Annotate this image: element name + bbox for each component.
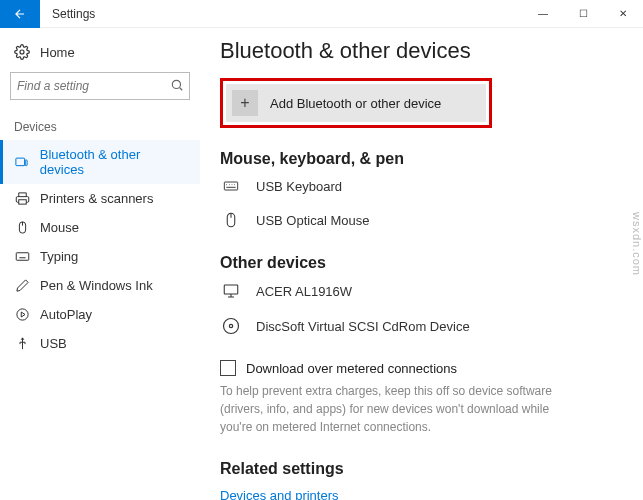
checkbox-icon[interactable] xyxy=(220,360,236,376)
main-content: Bluetooth & other devices + Add Bluetoot… xyxy=(200,28,643,500)
mouse-icon xyxy=(220,210,242,230)
svg-rect-10 xyxy=(224,285,238,294)
nav-label: Typing xyxy=(40,249,78,264)
minimize-button[interactable]: — xyxy=(523,0,563,28)
search-input[interactable] xyxy=(10,72,190,100)
metered-checkbox-row[interactable]: Download over metered connections xyxy=(220,360,623,376)
svg-rect-3 xyxy=(26,160,28,166)
sidebar-item-typing[interactable]: Typing xyxy=(0,242,200,271)
device-name: DiscSoft Virtual SCSI CdRom Device xyxy=(256,319,470,334)
add-device-highlight: + Add Bluetooth or other device xyxy=(220,78,492,128)
home-nav[interactable]: Home xyxy=(0,38,200,66)
nav-label: Bluetooth & other devices xyxy=(40,147,186,177)
back-button[interactable] xyxy=(0,0,40,28)
pen-icon xyxy=(14,278,30,293)
section-metered: Download over metered connections To hel… xyxy=(220,360,623,436)
watermark: wsxdn.com xyxy=(631,212,643,276)
sidebar-item-printers[interactable]: Printers & scanners xyxy=(0,184,200,213)
svg-point-12 xyxy=(229,324,232,327)
sidebar: Home Devices Bluetooth & other devices P… xyxy=(0,28,200,500)
nav-label: Printers & scanners xyxy=(40,191,153,206)
sidebar-item-usb[interactable]: USB xyxy=(0,329,200,358)
metered-help-text: To help prevent extra charges, keep this… xyxy=(220,382,580,436)
maximize-button[interactable]: ☐ xyxy=(563,0,603,28)
add-device-label: Add Bluetooth or other device xyxy=(270,96,441,111)
window-controls: — ☐ ✕ xyxy=(523,0,643,28)
link-devices-printers[interactable]: Devices and printers xyxy=(220,488,623,500)
devices-icon xyxy=(14,155,30,170)
section-related: Related settings Devices and printers So… xyxy=(220,460,623,500)
gear-icon xyxy=(14,44,30,60)
page-title: Bluetooth & other devices xyxy=(220,38,623,64)
keyboard-icon xyxy=(220,178,242,194)
close-button[interactable]: ✕ xyxy=(603,0,643,28)
usb-icon xyxy=(14,336,30,351)
nav-label: Pen & Windows Ink xyxy=(40,278,153,293)
section-mouse-keyboard-pen: Mouse, keyboard, & pen USB Keyboard USB … xyxy=(220,150,623,230)
checkbox-label: Download over metered connections xyxy=(246,361,457,376)
add-device-button[interactable]: + Add Bluetooth or other device xyxy=(226,84,486,122)
device-name: USB Optical Mouse xyxy=(256,213,369,228)
plus-icon: + xyxy=(232,90,258,116)
sidebar-item-autoplay[interactable]: AutoPlay xyxy=(0,300,200,329)
mouse-icon xyxy=(14,220,30,235)
device-row[interactable]: USB Optical Mouse xyxy=(220,210,623,230)
device-row[interactable]: DiscSoft Virtual SCSI CdRom Device xyxy=(220,316,623,336)
disc-icon xyxy=(220,316,242,336)
title-bar: Settings — ☐ ✕ xyxy=(0,0,643,28)
svg-rect-4 xyxy=(18,200,26,204)
keyboard-icon xyxy=(14,249,30,264)
printer-icon xyxy=(14,191,30,206)
device-name: ACER AL1916W xyxy=(256,284,352,299)
sidebar-item-bluetooth[interactable]: Bluetooth & other devices xyxy=(0,140,200,184)
section-other-devices: Other devices ACER AL1916W DiscSoft Virt… xyxy=(220,254,623,336)
svg-point-7 xyxy=(16,309,27,320)
svg-point-1 xyxy=(172,80,180,88)
device-row[interactable]: USB Keyboard xyxy=(220,178,623,194)
svg-rect-8 xyxy=(224,182,237,190)
section-heading: Mouse, keyboard, & pen xyxy=(220,150,623,168)
svg-rect-6 xyxy=(16,253,29,261)
window-title: Settings xyxy=(52,7,95,21)
arrow-left-icon xyxy=(13,7,27,21)
svg-point-11 xyxy=(224,319,239,334)
device-row[interactable]: ACER AL1916W xyxy=(220,282,623,300)
device-name: USB Keyboard xyxy=(256,179,342,194)
nav-label: USB xyxy=(40,336,67,351)
sidebar-item-pen[interactable]: Pen & Windows Ink xyxy=(0,271,200,300)
nav-label: Mouse xyxy=(40,220,79,235)
autoplay-icon xyxy=(14,307,30,322)
sidebar-item-mouse[interactable]: Mouse xyxy=(0,213,200,242)
home-label: Home xyxy=(40,45,75,60)
svg-rect-2 xyxy=(16,158,25,166)
nav-label: AutoPlay xyxy=(40,307,92,322)
svg-point-0 xyxy=(20,50,24,54)
section-heading: Related settings xyxy=(220,460,623,478)
monitor-icon xyxy=(220,282,242,300)
section-heading: Other devices xyxy=(220,254,623,272)
nav-group-label: Devices xyxy=(0,114,200,140)
search-container xyxy=(10,72,190,100)
search-icon xyxy=(170,78,184,96)
